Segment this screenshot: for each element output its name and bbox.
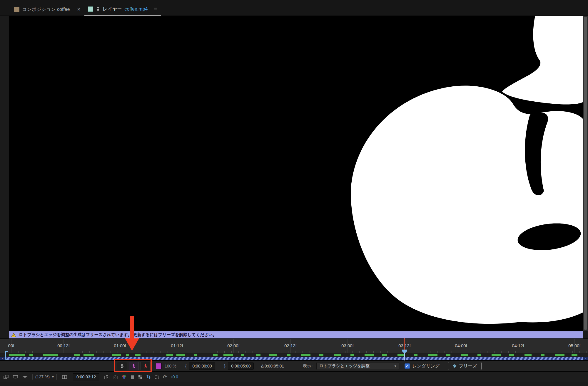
layer-thumbnail-icon [88, 6, 93, 12]
cached-frame-segment [29, 354, 33, 356]
crop-icon[interactable] [146, 375, 151, 379]
dual-view-icon[interactable] [4, 375, 9, 379]
panel-menu-icon[interactable]: ≡ [154, 6, 157, 12]
roto-brush-toolbar: 100 % { 0:00:00:00 } 0:00:05:00 Δ 0:00:0… [0, 360, 588, 371]
ruler-tick-label: 01:12f [171, 343, 183, 348]
freeze-warning-bar: ! ロトブラシとエッジを調整の生成はフリーズされています。 更新するにはフリーズ… [9, 331, 583, 338]
cached-frame-segment [194, 354, 197, 356]
rendering-checkbox[interactable]: ✓ [405, 363, 410, 369]
cached-frame-segment [428, 354, 437, 356]
cached-frame-segment [555, 354, 564, 356]
cached-frame-segment [461, 354, 468, 356]
propagation-alt-button[interactable] [141, 362, 151, 370]
layer-filename[interactable]: coffee.mp4 [125, 6, 148, 12]
propagation-best-button[interactable] [129, 362, 139, 370]
zoom-value: (127 %) [35, 375, 50, 379]
cached-frame-segment [269, 354, 277, 356]
cached-frame-segment [334, 354, 341, 356]
zoom-dropdown[interactable]: (127 %) ▾ [32, 374, 57, 380]
viewer-left-gutter [0, 16, 9, 331]
propagation-standard-button[interactable] [117, 362, 127, 370]
out-time-field[interactable]: 0:00:05:00 [228, 362, 254, 370]
resolution-icon[interactable] [130, 375, 135, 379]
svg-text:!: ! [13, 334, 14, 337]
exposure-value[interactable]: +0.0 [170, 375, 178, 379]
ruler-tick-label: 01:00f [114, 343, 126, 348]
cached-frame-segment [319, 354, 323, 356]
frozen-hatch-bar[interactable]: ‹ › [0, 357, 588, 360]
green-segment-bar [0, 353, 588, 357]
snapshot-camera-icon[interactable] [104, 375, 109, 379]
chevron-down-icon: ▾ [52, 375, 54, 379]
tab-layer[interactable]: レイヤー coffee.mp4 ≡ [84, 3, 161, 16]
rendering-label: レンダリング [412, 363, 440, 369]
exposure-reset-icon[interactable]: ⟳ [163, 374, 167, 380]
cached-frame-segment [541, 354, 544, 356]
scrollbar-thumb[interactable] [584, 17, 587, 330]
cached-frame-segment [350, 354, 354, 356]
cached-frame-segment [414, 354, 417, 356]
roto-color-swatch[interactable] [156, 363, 162, 369]
timeline-ruler[interactable]: 00f00:12f01:00f01:12f02:00f02:12f03:00f0… [0, 338, 588, 353]
warning-icon: ! [11, 333, 16, 337]
cti-blue-line [404, 353, 405, 360]
region-of-interest-icon[interactable] [154, 375, 159, 379]
cached-frame-segment [572, 354, 577, 356]
cached-frame-segment [492, 354, 501, 356]
cached-frame-segment [9, 354, 25, 356]
ruler-tick-label: 02:00f [227, 343, 240, 348]
ruler-minor-ticks [11, 351, 588, 353]
cached-frame-segment [241, 354, 244, 356]
cached-frame-segment [446, 354, 450, 356]
layer-viewer-canvas[interactable] [9, 16, 583, 331]
monitor-icon[interactable] [13, 375, 18, 379]
ruler-tick-label: 02:12f [284, 343, 297, 348]
ruler-tick-label: 00:12f [57, 343, 70, 348]
roto-opacity-value[interactable]: 100 % [165, 364, 176, 368]
tab-layer-label: レイヤー [103, 6, 122, 12]
hatch-left-arrow[interactable]: ‹ [0, 357, 5, 360]
stereo-glasses-icon[interactable] [22, 375, 28, 379]
cached-frame-segment [524, 354, 532, 356]
tab-composition[interactable]: コンポジション coffee × [11, 3, 84, 16]
roto-matte-preview [9, 16, 583, 331]
chevron-down-icon: ▾ [395, 364, 396, 368]
cached-frame-segment [223, 354, 233, 356]
ruler-tick-label: 00f [8, 343, 14, 348]
view-layout-icon[interactable] [62, 375, 67, 379]
cached-frame-segment [166, 354, 173, 356]
cached-frame-segment [477, 354, 481, 356]
cached-frame-segment [135, 354, 141, 356]
cached-frame-segment [43, 354, 58, 356]
cached-frame-segment [397, 354, 405, 356]
cached-frame-segment [213, 354, 218, 356]
transparency-grid-icon[interactable] [138, 375, 143, 379]
cached-frame-segment [176, 354, 185, 356]
vertical-scrollbar[interactable] [583, 16, 588, 331]
ruler-tick-label: 05:00f [568, 343, 581, 348]
channels-icon[interactable] [121, 375, 127, 379]
viewer-status-bar: (127 %) ▾ 0:00:03:12 ⟳ +0.0 [0, 371, 588, 382]
in-point-marker[interactable] [5, 351, 8, 360]
cached-frame-segment [365, 354, 374, 356]
hatch-right-arrow[interactable]: › [583, 357, 588, 360]
close-icon[interactable]: × [77, 6, 80, 13]
cached-frame-segment [509, 354, 514, 356]
view-mode-dropdown[interactable]: ロトブラシとエッジを調整 ▾ [316, 362, 399, 370]
cached-frame-segment [126, 354, 129, 356]
ruler-tick-label: 03:00f [341, 343, 354, 348]
freeze-button[interactable]: フリーズ [448, 362, 482, 370]
tab-composition-label: コンポジション coffee [22, 6, 70, 13]
current-time-field[interactable]: 0:00:03:12 [73, 373, 99, 380]
cached-frame-segment [112, 354, 121, 356]
in-bracket-icon: { [185, 363, 187, 369]
freeze-button-label: フリーズ [459, 363, 477, 369]
cached-frame-segment [256, 354, 260, 356]
view-label: 表示 : [303, 363, 313, 369]
warning-text: ロトブラシとエッジを調整の生成はフリーズされています。 更新するにはフリーズを解… [19, 332, 217, 338]
cached-frame-segment [382, 354, 387, 356]
show-snapshot-icon[interactable] [113, 375, 118, 379]
in-time-field[interactable]: 0:00:00:00 [189, 362, 215, 370]
cti-red-line [404, 338, 405, 350]
cached-frame-segment [301, 354, 310, 356]
